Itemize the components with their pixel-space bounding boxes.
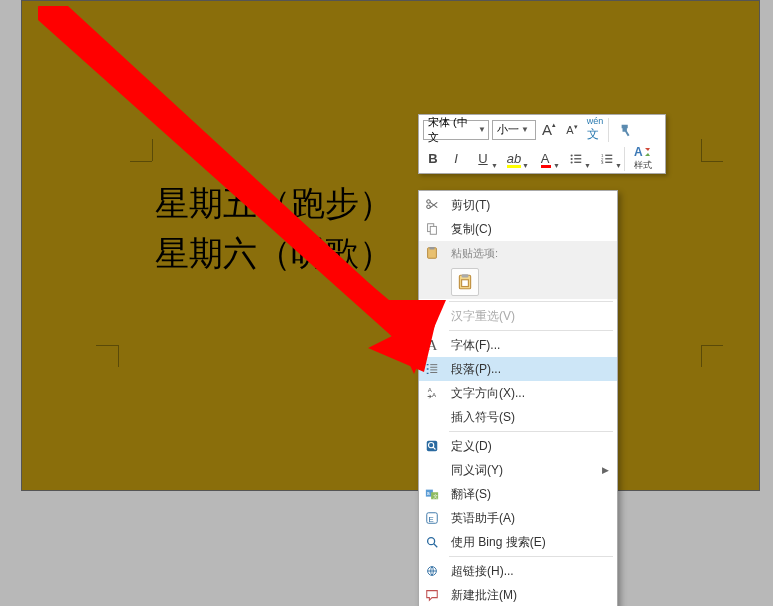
menu-copy-label: 复制(C) <box>451 221 609 238</box>
menu-separator <box>449 301 613 302</box>
menu-bing-search-label: 使用 Bing 搜索(E) <box>451 534 609 551</box>
menu-hanzi-reselect: 汉字重选(V) <box>419 304 617 328</box>
define-icon <box>425 439 439 453</box>
italic-button[interactable]: I <box>446 148 466 170</box>
document-text[interactable]: 星期五（跑步） 星期六（听歌） <box>155 179 393 279</box>
menu-hyperlink[interactable]: 超链接(H)... <box>419 559 617 583</box>
scissors-icon <box>425 198 439 212</box>
svg-text:文: 文 <box>433 493 438 499</box>
shrink-font-button[interactable]: A▾ <box>562 119 582 141</box>
svg-rect-16 <box>429 247 434 250</box>
menu-insert-symbol-label: 插入符号(S) <box>451 409 609 426</box>
numbering-button[interactable]: 123▼ <box>593 148 621 170</box>
paragraph-icon <box>425 362 439 376</box>
menu-copy[interactable]: 复制(C) <box>419 217 617 241</box>
menu-text-direction[interactable]: AA 文字方向(X)... <box>419 381 617 405</box>
font-color-button[interactable]: A▼ <box>531 148 559 170</box>
doc-line-2: 星期六（听歌） <box>155 229 393 279</box>
comment-icon <box>425 588 439 602</box>
margin-mark-bl <box>96 345 118 367</box>
svg-text:A: A <box>432 391 437 398</box>
svg-text:3: 3 <box>601 160 604 165</box>
svg-text:a: a <box>427 490 430 496</box>
format-painter-button[interactable] <box>612 119 640 141</box>
hyperlink-icon <box>425 564 439 578</box>
menu-translate[interactable]: a文 翻译(S) <box>419 482 617 506</box>
margin-mark-tr <box>701 139 723 161</box>
mini-toolbar: 宋体 (中文 ▼ 小一 ▼ A▴ A▾ wén文 B I U▼ ab▼ A▼ ▼… <box>418 114 666 174</box>
svg-point-4 <box>571 161 573 163</box>
bullets-button[interactable]: ▼ <box>562 148 590 170</box>
menu-separator <box>449 556 613 557</box>
margin-mark-br <box>701 345 723 367</box>
paste-options-row <box>419 265 617 299</box>
context-menu: 剪切(T) 复制(C) 粘贴选项: 汉字重选(V) A 字体(F)... 段落(… <box>418 190 618 606</box>
font-family-value: 宋体 (中文 <box>428 115 476 145</box>
styles-icon: A <box>634 145 652 159</box>
menu-translate-label: 翻译(S) <box>451 486 609 503</box>
menu-english-assistant[interactable]: E 英语助手(A) <box>419 506 617 530</box>
menu-text-direction-label: 文字方向(X)... <box>451 385 609 402</box>
menu-separator <box>449 431 613 432</box>
menu-paragraph[interactable]: 段落(P)... <box>419 357 617 381</box>
svg-rect-19 <box>462 280 469 287</box>
font-size-select[interactable]: 小一 ▼ <box>492 120 536 140</box>
menu-cut[interactable]: 剪切(T) <box>419 193 617 217</box>
styles-label: 样式 <box>634 159 652 172</box>
menu-font-label: 字体(F)... <box>451 337 609 354</box>
menu-bing-search[interactable]: 使用 Bing 搜索(E) <box>419 530 617 554</box>
menu-define[interactable]: 定义(D) <box>419 434 617 458</box>
paintbrush-icon <box>619 123 633 137</box>
copy-icon <box>425 222 439 236</box>
numbering-icon: 123 <box>600 152 614 166</box>
chevron-down-icon: ▼ <box>521 125 529 134</box>
menu-insert-symbol[interactable]: 插入符号(S) <box>419 405 617 429</box>
underline-button[interactable]: U▼ <box>469 148 497 170</box>
margin-mark-tl <box>130 139 152 161</box>
translate-icon: a文 <box>425 487 439 501</box>
menu-synonyms[interactable]: 同义词(Y) ▶ <box>419 458 617 482</box>
paste-keep-source-button[interactable] <box>451 268 479 296</box>
menu-hanzi-reselect-label: 汉字重选(V) <box>451 308 609 325</box>
grow-font-button[interactable]: A▴ <box>539 119 559 141</box>
bullets-icon <box>569 152 583 166</box>
menu-font[interactable]: A 字体(F)... <box>419 333 617 357</box>
menu-paste-options-header: 粘贴选项: <box>419 241 617 265</box>
clipboard-paste-icon <box>456 273 474 291</box>
menu-new-comment[interactable]: 新建批注(M) <box>419 583 617 606</box>
document-page: 星期五（跑步） 星期六（听歌） <box>21 0 760 491</box>
svg-point-30 <box>428 538 435 545</box>
svg-point-2 <box>571 157 573 159</box>
svg-text:A: A <box>634 145 643 159</box>
svg-rect-3 <box>574 158 581 159</box>
svg-rect-5 <box>574 161 581 162</box>
menu-hyperlink-label: 超链接(H)... <box>451 563 609 580</box>
font-family-select[interactable]: 宋体 (中文 ▼ <box>423 120 489 140</box>
menu-english-assistant-label: 英语助手(A) <box>451 510 609 527</box>
svg-point-0 <box>571 154 573 156</box>
search-icon <box>425 535 439 549</box>
font-size-value: 小一 <box>497 122 519 137</box>
menu-synonyms-label: 同义词(Y) <box>451 462 596 479</box>
svg-rect-1 <box>574 154 581 155</box>
svg-text:E: E <box>429 515 434 524</box>
svg-rect-9 <box>605 158 612 159</box>
submenu-arrow-icon: ▶ <box>602 465 609 475</box>
bold-button[interactable]: B <box>423 148 443 170</box>
chevron-down-icon: ▼ <box>478 125 486 134</box>
clipboard-icon <box>425 246 439 260</box>
svg-rect-18 <box>462 274 469 277</box>
menu-cut-label: 剪切(T) <box>451 197 609 214</box>
doc-line-1: 星期五（跑步） <box>155 179 393 229</box>
styles-button[interactable]: A 样式 <box>628 145 658 172</box>
menu-define-label: 定义(D) <box>451 438 609 455</box>
menu-paste-options-label: 粘贴选项: <box>451 246 609 261</box>
menu-paragraph-label: 段落(P)... <box>451 361 609 378</box>
highlight-color-button[interactable]: ab▼ <box>500 148 528 170</box>
phonetic-guide-button[interactable]: wén文 <box>585 119 605 141</box>
menu-new-comment-label: 新建批注(M) <box>451 587 609 604</box>
english-assistant-icon: E <box>425 511 439 525</box>
text-direction-icon: AA <box>425 386 439 400</box>
menu-separator <box>449 330 613 331</box>
svg-rect-7 <box>605 154 612 155</box>
